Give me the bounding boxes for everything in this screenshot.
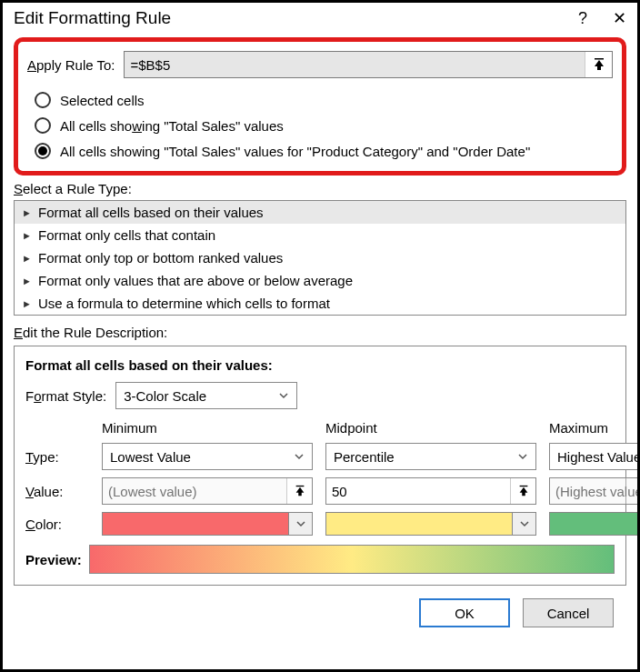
svg-rect-0 [595,58,604,60]
radio-icon [35,92,51,108]
arrow-right-icon: ► [22,230,33,241]
collapse-dialog-button[interactable] [510,478,535,504]
arrow-up-icon [592,57,606,72]
cancel-button[interactable]: Cancel [523,598,614,627]
apply-rule-label: Apply Rule To: [27,57,115,73]
chevron-down-icon [294,449,305,465]
radio-label: All cells showing "Total Sales" values [60,118,284,134]
apply-option-selected-cells[interactable]: Selected cells [27,87,613,113]
chevron-down-icon [288,513,312,535]
rule-description-box: Format all cells based on their values: … [14,346,626,586]
col-header-max: Maximum [549,420,640,436]
rule-desc-label: Edit the Rule Description: [14,325,626,340]
apply-option-all-cells-field-items[interactable]: All cells showing "Total Sales" values f… [27,138,613,164]
mid-type-dropdown[interactable]: Percentile [325,443,536,470]
min-type-dropdown[interactable]: Lowest Value [102,443,313,470]
titlebar: Edit Formatting Rule ? ✕ [3,3,637,30]
max-type-dropdown[interactable]: Highest Value [549,443,640,470]
format-style-dropdown[interactable]: 3-Color Scale [115,382,297,409]
col-header-mid: Midpoint [325,420,536,436]
max-value-input [550,478,640,504]
arrow-up-icon [517,485,530,497]
rule-type-item[interactable]: ►Format all cells based on their values [15,201,625,224]
dialog-footer: OK Cancel [14,586,626,640]
radio-label: All cells showing "Total Sales" values f… [60,144,530,159]
apply-rule-input-wrap [124,51,613,78]
apply-rule-input[interactable] [125,52,585,77]
rule-type-item[interactable]: ►Format only values that are above or be… [15,269,625,292]
preview-label: Preview: [25,552,82,567]
dialog-title: Edit Formatting Rule [14,8,171,28]
value-row-label: Value: [25,484,89,499]
min-value-input [103,478,286,504]
max-color-dropdown[interactable] [549,512,640,536]
arrow-right-icon: ► [22,207,33,218]
rule-type-list[interactable]: ►Format all cells based on their values … [14,200,626,316]
help-button[interactable]: ? [578,9,587,28]
format-style-label: Format Style: [25,388,106,404]
rule-type-item[interactable]: ►Format only cells that contain [15,224,625,246]
min-color-dropdown[interactable] [102,512,313,536]
svg-rect-2 [519,486,527,486]
max-value-input-wrap [549,477,640,505]
radio-icon [35,143,51,159]
close-button[interactable]: ✕ [613,8,626,28]
color-swatch [326,513,512,535]
rule-type-label: Select a Rule Type: [14,181,626,196]
mid-color-dropdown[interactable] [325,512,536,536]
chevron-down-icon [517,449,528,465]
rule-type-item[interactable]: ►Format only top or bottom ranked values [15,246,625,269]
col-header-min: Minimum [102,420,313,436]
svg-rect-1 [295,486,304,486]
ok-button[interactable]: OK [419,598,510,627]
color-swatch [550,513,640,535]
radio-label: Selected cells [60,93,145,108]
type-row-label: Type: [25,449,89,465]
arrow-right-icon: ► [22,298,33,309]
chevron-down-icon [278,388,289,404]
color-swatch [103,513,288,535]
chevron-down-icon [512,513,535,535]
rule-type-item[interactable]: ►Use a formula to determine which cells … [15,292,625,315]
collapse-dialog-button[interactable] [585,52,612,77]
apply-option-all-cells-field[interactable]: All cells showing "Total Sales" values [27,113,613,138]
radio-icon [35,117,51,134]
mid-value-input[interactable] [326,478,510,504]
arrow-right-icon: ► [22,253,33,264]
min-value-input-wrap [102,477,313,505]
arrow-right-icon: ► [22,276,33,286]
arrow-up-icon [294,485,306,497]
color-row-label: Color: [25,517,89,532]
preview-gradient [89,545,615,574]
mid-value-input-wrap [325,477,536,505]
collapse-dialog-button[interactable] [286,478,312,504]
rule-desc-title: Format all cells based on their values: [25,357,615,373]
apply-rule-section: Apply Rule To: Selected cells All cells … [14,37,626,176]
